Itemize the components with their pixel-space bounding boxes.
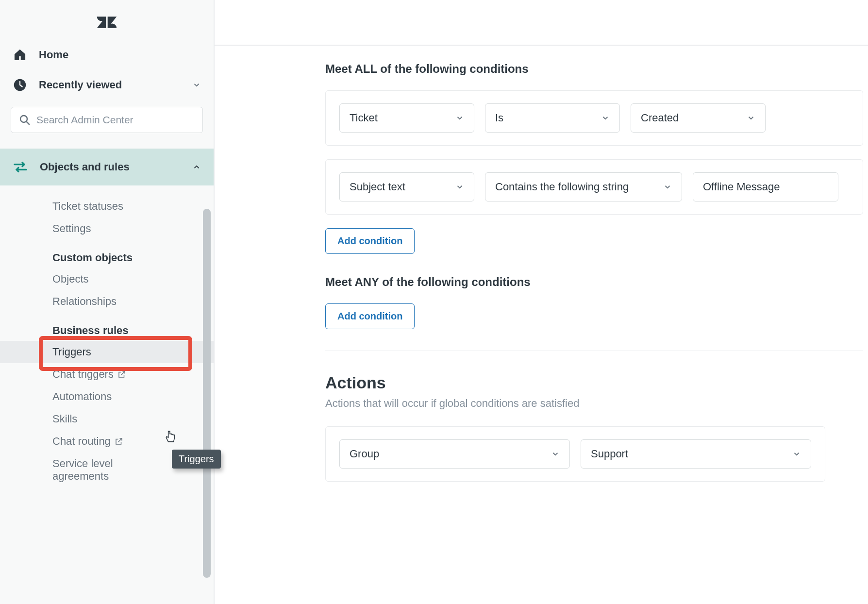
chevron-down-icon <box>663 183 672 191</box>
subnav-chat-triggers-label: Chat triggers <box>52 368 114 381</box>
condition-operator-select[interactable]: Contains the following string <box>485 172 682 201</box>
action-field-select[interactable]: Group <box>339 439 570 469</box>
actions-heading: Actions <box>325 373 868 392</box>
nav-recently-viewed[interactable]: Recently viewed <box>0 70 214 100</box>
condition-card-all: Ticket Is Created <box>325 90 863 146</box>
select-value: Contains the following string <box>495 181 629 193</box>
conditions-divider <box>325 351 863 351</box>
subnav-triggers[interactable]: Triggers <box>0 341 214 363</box>
select-value: Group <box>350 448 379 460</box>
condition-row: Ticket Is Created <box>339 103 849 133</box>
chevron-up-icon <box>192 163 201 171</box>
nav-home[interactable]: Home <box>0 40 214 70</box>
action-row: Group Support <box>339 439 811 469</box>
cursor-pointer-icon <box>165 430 176 443</box>
chevron-down-icon <box>455 114 464 122</box>
chevron-down-icon <box>455 183 464 191</box>
clock-icon <box>13 78 27 92</box>
search-admin-center[interactable] <box>11 107 203 133</box>
actions-subheading: Actions that will occur if global condit… <box>325 397 868 410</box>
chevron-down-icon <box>792 450 801 458</box>
action-value-select[interactable]: Support <box>581 439 811 469</box>
subnav-objects[interactable]: Objects <box>0 268 214 290</box>
nav-home-label: Home <box>39 49 68 61</box>
select-value: Subject text <box>350 181 405 193</box>
objects-rules-icon <box>13 159 28 175</box>
chevron-down-icon <box>551 450 560 458</box>
meet-any-title: Meet ANY of the following conditions <box>325 275 868 289</box>
subnav-relationships[interactable]: Relationships <box>0 290 214 313</box>
subnav-ticket-statuses[interactable]: Ticket statuses <box>0 195 214 218</box>
chevron-down-icon <box>192 81 201 89</box>
select-value: Is <box>495 112 503 124</box>
condition-field-select[interactable]: Subject text <box>339 172 474 201</box>
search-input[interactable] <box>36 114 195 126</box>
subnav-chat-triggers[interactable]: Chat triggers <box>0 363 214 386</box>
external-link-icon <box>115 437 123 446</box>
svg-line-2 <box>26 121 29 124</box>
action-card: Group Support <box>325 426 825 482</box>
subnav-header-business-rules: Business rules <box>0 313 214 341</box>
add-condition-button[interactable]: Add condition <box>325 228 415 254</box>
external-link-icon <box>117 370 126 379</box>
subnav-automations[interactable]: Automations <box>0 386 214 408</box>
select-value: Support <box>591 448 628 460</box>
home-icon <box>13 48 27 62</box>
chevron-down-icon <box>747 114 755 122</box>
section-label: Objects and rules <box>40 161 181 173</box>
sidebar: Home Recently viewed <box>0 0 215 604</box>
condition-row: Subject text Contains the following stri… <box>339 172 849 201</box>
condition-value-select[interactable]: Created <box>631 103 766 133</box>
condition-operator-select[interactable]: Is <box>485 103 620 133</box>
condition-text-input[interactable]: Offline Message <box>693 172 838 201</box>
search-icon <box>19 114 31 126</box>
sidebar-scrollbar[interactable] <box>203 209 211 578</box>
nav-recently-viewed-label: Recently viewed <box>39 79 122 91</box>
text-input-value: Offline Message <box>703 181 780 193</box>
subnav-header-custom-objects: Custom objects <box>0 240 214 268</box>
main-content: Meet ALL of the following conditions Tic… <box>215 0 868 604</box>
chevron-down-icon <box>601 114 610 122</box>
subnav-chat-routing-label: Chat routing <box>52 435 111 448</box>
select-value: Ticket <box>350 112 378 124</box>
condition-field-select[interactable]: Ticket <box>339 103 474 133</box>
add-condition-button[interactable]: Add condition <box>325 303 415 329</box>
subnav-settings[interactable]: Settings <box>0 218 214 240</box>
subnav-skills[interactable]: Skills <box>0 408 214 430</box>
logo-wrap <box>0 0 214 40</box>
tooltip-triggers: Triggers <box>172 450 221 469</box>
select-value: Created <box>641 112 679 124</box>
condition-card-all-2: Subject text Contains the following stri… <box>325 159 863 215</box>
meet-all-title: Meet ALL of the following conditions <box>325 62 868 76</box>
zendesk-logo-icon <box>96 12 117 33</box>
sidebar-section-objects-and-rules[interactable]: Objects and rules <box>0 149 214 185</box>
